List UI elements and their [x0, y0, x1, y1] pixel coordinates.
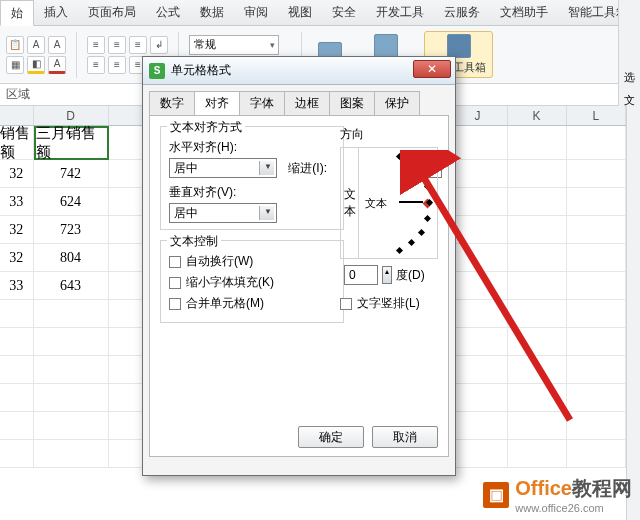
cell[interactable]: 32: [0, 160, 34, 188]
align-left-icon[interactable]: ≡: [87, 56, 105, 74]
cell[interactable]: [567, 356, 626, 384]
cell[interactable]: [34, 300, 109, 328]
orientation-dial[interactable]: 文本: [359, 148, 437, 258]
col-header-k[interactable]: K: [508, 106, 567, 125]
tab-data[interactable]: 数据: [190, 4, 234, 21]
cell[interactable]: [0, 356, 34, 384]
cell[interactable]: 742: [34, 160, 109, 188]
cell[interactable]: 643: [34, 272, 109, 300]
cell[interactable]: [0, 300, 34, 328]
tab-formula[interactable]: 公式: [146, 4, 190, 21]
spinner-buttons[interactable]: ▴: [382, 266, 392, 284]
h-align-select[interactable]: 居中: [169, 158, 277, 178]
paste-icon[interactable]: 📋: [6, 36, 24, 54]
cell[interactable]: [567, 300, 626, 328]
cell[interactable]: [567, 412, 626, 440]
cell[interactable]: 723: [34, 216, 109, 244]
tab-dochelp[interactable]: 文档助手: [490, 4, 558, 21]
align-middle-icon[interactable]: ≡: [108, 36, 126, 54]
align-bottom-icon[interactable]: ≡: [129, 36, 147, 54]
dtab-protect[interactable]: 保护: [374, 91, 420, 115]
wrap-icon[interactable]: ↲: [150, 36, 168, 54]
font-color-icon[interactable]: A: [48, 56, 66, 74]
cell[interactable]: [34, 384, 109, 412]
tab-insert[interactable]: 插入: [34, 4, 78, 21]
vertical-text-checkbox[interactable]: 文字竖排(L): [340, 295, 438, 312]
wrap-checkbox[interactable]: 自动换行(W): [169, 253, 335, 270]
cell[interactable]: 33: [0, 188, 34, 216]
tab-review[interactable]: 审阅: [234, 4, 278, 21]
dtab-align[interactable]: 对齐: [194, 91, 240, 115]
cell[interactable]: [34, 412, 109, 440]
align-top-icon[interactable]: ≡: [87, 36, 105, 54]
cell[interactable]: [567, 328, 626, 356]
cell[interactable]: [567, 188, 626, 216]
cell[interactable]: [0, 412, 34, 440]
dtab-border[interactable]: 边框: [284, 91, 330, 115]
col-header-j[interactable]: J: [448, 106, 507, 125]
cell[interactable]: [567, 440, 626, 468]
rside-a[interactable]: 选: [624, 70, 635, 85]
col-header-blank[interactable]: [0, 106, 34, 125]
cell[interactable]: [448, 216, 507, 244]
bold-icon[interactable]: ▦: [6, 56, 24, 74]
dtab-pattern[interactable]: 图案: [329, 91, 375, 115]
cell[interactable]: 32: [0, 216, 34, 244]
cell[interactable]: [448, 188, 507, 216]
cell[interactable]: [508, 300, 567, 328]
cell[interactable]: [508, 216, 567, 244]
cell[interactable]: [0, 328, 34, 356]
cell[interactable]: [34, 328, 109, 356]
cell[interactable]: [508, 160, 567, 188]
dtab-number[interactable]: 数字: [149, 91, 195, 115]
vertical-text-button[interactable]: 文本: [341, 148, 359, 258]
cell[interactable]: [508, 384, 567, 412]
dialog-titlebar[interactable]: S 单元格格式 ✕: [143, 57, 455, 85]
ok-button[interactable]: 确定: [298, 426, 364, 448]
v-align-select[interactable]: 居中: [169, 203, 277, 223]
align-center-icon[interactable]: ≡: [108, 56, 126, 74]
cell[interactable]: [508, 244, 567, 272]
cell[interactable]: 销售额: [0, 126, 34, 160]
cell[interactable]: [448, 126, 507, 160]
cell[interactable]: [0, 384, 34, 412]
shrink-checkbox[interactable]: 缩小字体填充(K): [169, 274, 335, 291]
col-header-l[interactable]: L: [567, 106, 626, 125]
orientation-box[interactable]: 文本 文本: [340, 147, 438, 259]
cell[interactable]: [448, 328, 507, 356]
cell[interactable]: 804: [34, 244, 109, 272]
cell[interactable]: [448, 272, 507, 300]
cell[interactable]: [508, 356, 567, 384]
cell[interactable]: [567, 126, 626, 160]
cell[interactable]: [448, 300, 507, 328]
cell[interactable]: [448, 160, 507, 188]
fill-color-icon[interactable]: ◧: [27, 56, 45, 74]
cell[interactable]: [448, 244, 507, 272]
cell[interactable]: [567, 216, 626, 244]
cell[interactable]: [448, 440, 507, 468]
cell[interactable]: [567, 244, 626, 272]
cell[interactable]: [448, 356, 507, 384]
tab-home[interactable]: 始: [0, 0, 34, 26]
cell[interactable]: [508, 188, 567, 216]
cell[interactable]: [567, 272, 626, 300]
cell[interactable]: [508, 412, 567, 440]
close-button[interactable]: ✕: [413, 60, 451, 78]
cell[interactable]: [508, 440, 567, 468]
tab-security[interactable]: 安全: [322, 4, 366, 21]
tab-dev[interactable]: 开发工具: [366, 4, 434, 21]
tab-layout[interactable]: 页面布局: [78, 4, 146, 21]
cell[interactable]: 32: [0, 244, 34, 272]
cell-selected[interactable]: 三月销售额: [34, 126, 109, 160]
cell[interactable]: [508, 272, 567, 300]
number-format-combo[interactable]: 常规: [189, 35, 279, 55]
tab-view[interactable]: 视图: [278, 4, 322, 21]
cancel-button[interactable]: 取消: [372, 426, 438, 448]
cell[interactable]: 624: [34, 188, 109, 216]
tab-cloud[interactable]: 云服务: [434, 4, 490, 21]
merge-checkbox[interactable]: 合并单元格(M): [169, 295, 335, 312]
vertical-scrollbar[interactable]: [626, 106, 640, 520]
cell[interactable]: [567, 160, 626, 188]
cell[interactable]: [34, 440, 109, 468]
font-size-down-icon[interactable]: A: [48, 36, 66, 54]
